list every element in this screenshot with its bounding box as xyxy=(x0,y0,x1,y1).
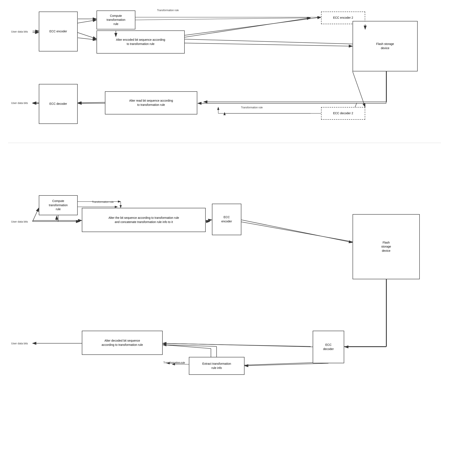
ecc-encoder-top: ECC encoder xyxy=(39,12,78,51)
svg-line-47 xyxy=(353,71,365,107)
svg-line-55 xyxy=(241,220,353,242)
svg-line-27 xyxy=(157,343,311,346)
flash-storage-top: Flash storagedevice xyxy=(353,21,418,71)
alter-decoded-bot: Alter decoded bit sequenceaccording to t… xyxy=(82,331,163,355)
user-data-in-bot: User data bits xyxy=(4,220,35,224)
svg-line-39 xyxy=(185,17,321,35)
svg-line-36 xyxy=(78,38,97,40)
alter-read-top: Alter read bit sequence accordingto tran… xyxy=(105,91,197,114)
flash-storage-bot: Flashstoragedevice xyxy=(353,214,420,279)
extract-transform-bot: Extract transformationrule info xyxy=(189,357,244,375)
svg-line-4 xyxy=(78,32,97,39)
svg-line-6 xyxy=(135,18,311,20)
svg-line-31 xyxy=(157,344,211,349)
user-data-out-bot: User data bits xyxy=(4,342,35,345)
alter-encoded-top: Alter encoded bit sequence accordingto t… xyxy=(97,31,185,54)
svg-line-17 xyxy=(32,208,39,222)
user-data-in-top: User data bits xyxy=(4,30,35,34)
user-data-out-top: User data bits xyxy=(4,102,35,105)
svg-line-29 xyxy=(237,362,325,365)
transform-rule-bot-bottom: Transformation rule xyxy=(157,361,191,364)
svg-line-9 xyxy=(174,39,357,44)
ecc-decoder2-top: ECC decoder 2 xyxy=(321,107,365,120)
transform-rule-top: Transformation rule xyxy=(147,9,189,12)
svg-line-60 xyxy=(244,363,328,366)
svg-line-58 xyxy=(163,343,313,347)
svg-line-62 xyxy=(163,345,217,346)
svg-line-24 xyxy=(239,222,357,242)
svg-line-7 xyxy=(174,18,311,39)
svg-line-54 xyxy=(206,220,212,221)
ecc-decoder-top: ECC decoder xyxy=(39,84,78,124)
compute-transform-top: Computetransformationrule xyxy=(97,11,135,29)
diagram-container: ECC encoder Computetransformationrule Al… xyxy=(0,0,451,476)
compute-transform-bot: Computetransformationrule xyxy=(39,195,78,215)
alter-bit-seq-bot: Alter the bit sequence according to tran… xyxy=(82,208,206,232)
transform-rule-bot-top: Transformation rule xyxy=(82,201,124,204)
ecc-decoder-bot: ECCdecoder xyxy=(313,331,344,363)
svg-line-41 xyxy=(185,43,353,46)
ecc-encoder-bot: ECCencoder xyxy=(212,204,241,235)
svg-line-3 xyxy=(78,20,97,23)
transform-rule-bottom-top: Transformation rule xyxy=(231,106,273,109)
